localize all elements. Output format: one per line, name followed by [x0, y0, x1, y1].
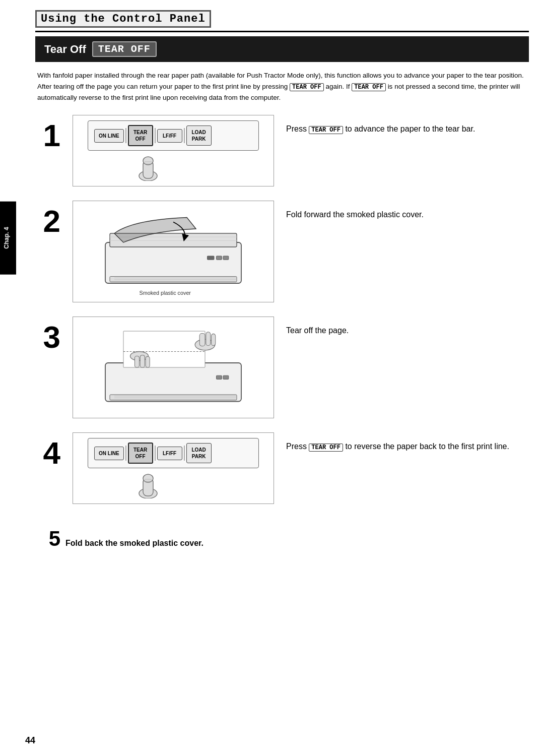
step-4-btn-lf: LF/FF	[157, 447, 182, 460]
step-1-row: 1 ON LINE TEAROFF LF/FF LOADPARK	[35, 115, 529, 186]
svg-rect-10	[223, 256, 229, 260]
panel-sep-3	[184, 128, 185, 143]
step-5-description: Fold back the smoked plastic cover.	[65, 537, 203, 548]
steps-container: 1 ON LINE TEAROFF LF/FF LOADPARK	[35, 115, 529, 549]
section-title-badge: TEAR OFF	[92, 41, 157, 57]
intro-paragraph: With fanfold paper installed through the…	[35, 70, 529, 103]
step-3-number: 3	[35, 322, 60, 353]
panel-sep-2	[155, 128, 156, 143]
step-1-desc-post: to advance the paper to the tear bar.	[345, 124, 475, 133]
panel-btn-tear: TEAROFF	[128, 125, 153, 146]
step-4-finger-svg	[88, 468, 259, 498]
step-4-btn-tear: TEAROFF	[128, 443, 153, 464]
svg-rect-9	[217, 256, 222, 260]
step-2-number: 2	[35, 206, 60, 237]
step-1-desc-pre: Press	[286, 124, 307, 133]
step-4-sep-1	[125, 446, 126, 461]
svg-rect-28	[223, 376, 229, 380]
step-4-description: Press TEAR OFF to reverse the paper back…	[286, 432, 529, 453]
step-1-control-panel: ON LINE TEAROFF LF/FF LOADPARK	[88, 120, 259, 151]
section-title-bar: Tear Off TEAR OFF	[35, 36, 529, 62]
step-3-printer-svg	[88, 322, 259, 413]
step-3-desc-text: Tear off the page.	[286, 326, 349, 335]
step-2-row: 2	[35, 201, 529, 302]
svg-rect-29	[110, 395, 237, 400]
step-2-printer-svg: Smoked plastic cover	[88, 206, 259, 297]
intro-text-2: again. If	[325, 83, 350, 90]
step-4-sep-2	[155, 446, 156, 461]
page-header: Using the Control Panel	[35, 10, 529, 32]
step-1-key: TEAR OFF	[309, 126, 343, 134]
svg-rect-27	[217, 376, 222, 380]
step-1-illustration: ON LINE TEAROFF LF/FF LOADPARK	[73, 115, 274, 186]
step-4-desc-post: to reverse the paper back to the first p…	[345, 442, 509, 451]
section-title-text: Tear Off	[44, 43, 86, 56]
step-4-desc-pre: Press	[286, 442, 307, 451]
step-4-btn-load: LOADPARK	[186, 443, 212, 463]
step-1-panel-wrapper: ON LINE TEAROFF LF/FF LOADPARK	[88, 120, 259, 181]
step-2-desc-text: Fold forward the smoked plastic cover.	[286, 210, 424, 219]
svg-rect-21	[206, 332, 211, 346]
side-chap-label: Chap. 4	[3, 227, 10, 249]
main-content: Using the Control Panel Tear Off TEAR OF…	[20, 0, 544, 564]
step-3-row: 3	[35, 317, 529, 418]
panel-btn-lf: LF/FF	[157, 129, 182, 143]
svg-rect-22	[212, 334, 216, 346]
svg-rect-12	[110, 277, 237, 282]
page-number: 44	[25, 735, 35, 746]
step-5-row: 5 Fold back the smoked plastic cover.	[35, 523, 529, 549]
step-4-key: TEAR OFF	[309, 444, 343, 452]
side-tab: Chap. 4 Using the Control Panel	[0, 202, 16, 275]
side-section-label: Using the Control Panel	[15, 207, 21, 270]
svg-rect-20	[199, 334, 205, 346]
step-4-control-panel: ON LINE TEAROFF LF/FF LOADPARK	[88, 438, 259, 468]
svg-text:Smoked plastic cover: Smoked plastic cover	[140, 290, 191, 296]
step-3-description: Tear off the page.	[286, 317, 529, 337]
step-4-row: 4 ON LINE TEAROFF LF/FF LOADPARK	[35, 432, 529, 504]
intro-key-2: TEAR OFF	[352, 83, 386, 91]
svg-rect-24	[135, 356, 140, 368]
step-4-illustration: ON LINE TEAROFF LF/FF LOADPARK	[73, 432, 274, 504]
step-1-number: 1	[35, 120, 60, 151]
step-3-illustration	[73, 317, 274, 418]
svg-point-34	[143, 474, 153, 482]
svg-rect-25	[140, 355, 145, 367]
panel-btn-online: ON LINE	[94, 129, 124, 143]
svg-rect-11	[208, 256, 215, 260]
panel-btn-load: LOADPARK	[186, 125, 212, 146]
step-2-description: Fold forward the smoked plastic cover.	[286, 201, 529, 221]
step-4-panel-wrapper: ON LINE TEAROFF LF/FF LOADPARK	[88, 438, 259, 498]
step-4-number: 4	[35, 437, 60, 469]
svg-rect-26	[146, 357, 150, 368]
step-5-number: 5	[35, 528, 60, 549]
step-1-finger-svg	[88, 151, 259, 181]
panel-sep-1	[125, 128, 126, 143]
intro-key-1: TEAR OFF	[290, 83, 324, 91]
step-2-illustration: Smoked plastic cover	[73, 201, 274, 302]
step-4-btn-online: ON LINE	[94, 447, 124, 460]
step-1-description: Press TEAR OFF to advance the paper to t…	[286, 115, 529, 135]
step-4-sep-3	[184, 446, 185, 461]
page-header-title: Using the Control Panel	[35, 10, 211, 28]
